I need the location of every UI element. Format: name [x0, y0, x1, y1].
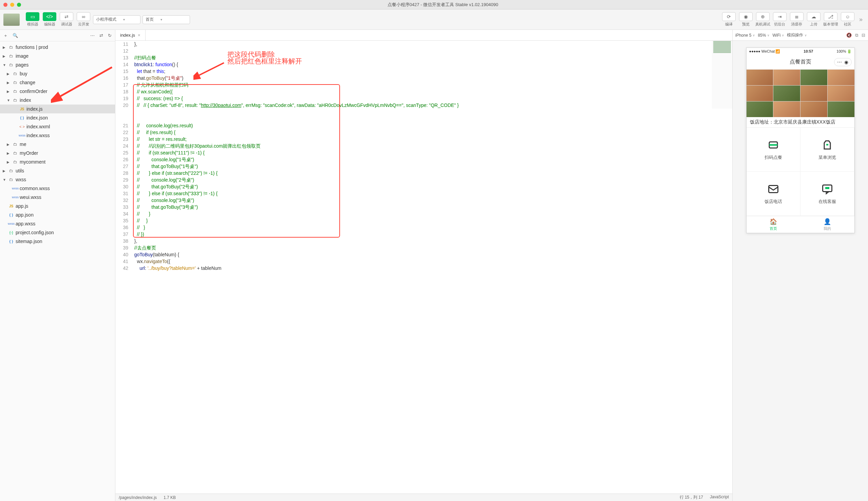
tree-item-pages[interactable]: ▼🗀pages	[0, 61, 115, 69]
tree-item-index-js[interactable]: JSindex.js	[0, 105, 115, 113]
window-controls	[3, 3, 21, 7]
tree-item-myorder[interactable]: ▶🗀myOrder	[0, 149, 115, 158]
debugger-button[interactable]: ⇄调试器	[59, 12, 74, 27]
food-banner	[747, 70, 855, 117]
minimize-icon[interactable]	[10, 3, 14, 7]
phone-tabbar: 🏠首页 👤我的	[747, 216, 855, 233]
chevron-down-icon: ▾	[123, 18, 125, 21]
code-content[interactable]: }, //扫码点餐 btnclick1: function() { let th…	[132, 41, 732, 493]
tree-item-weui-wxss[interactable]: wxssweui.wxss	[0, 193, 115, 202]
feature-grid: 扫码点餐 菜单浏览 饭店电话 在线客服	[747, 128, 855, 216]
remote-debug-button[interactable]: ⊕真机调试	[755, 12, 770, 27]
version-button[interactable]: ⎇版本管理	[823, 12, 838, 27]
simulator-button[interactable]: ▭模拟器	[25, 12, 40, 27]
tree-item-index[interactable]: ▼🗀index	[0, 96, 115, 105]
tree-item-index-wxss[interactable]: wxssindex.wxss	[0, 131, 115, 140]
zoom-select[interactable]: 85%∨	[758, 33, 770, 38]
phone-statusbar: ●●●●● WeChat📶 10:57 100%🔋	[747, 48, 855, 55]
tab-mine[interactable]: 👤我的	[801, 216, 855, 233]
close-icon[interactable]: ×	[138, 33, 140, 38]
minimap[interactable]	[712, 41, 732, 109]
explorer-toolbar: ＋ 🔍 ⋯ ⇄ ↻	[0, 30, 115, 41]
tree-item-confirmorder[interactable]: ▶🗀confirmOrder	[0, 87, 115, 96]
tree-item-me[interactable]: ▶🗀me	[0, 140, 115, 149]
toolbar: ▭模拟器 </>编辑器 ⇄调试器 ∞云开发 小程序模式▾ 首页▾ ⟳编译 ◉预览…	[0, 10, 868, 30]
tree-item-index-wxml[interactable]: < >index.wxml	[0, 122, 115, 131]
window-title: 点餐小程序0427 - 微信开发者工具 Stable v1.02.1904090	[21, 2, 865, 8]
file-explorer: ＋ 🔍 ⋯ ⇄ ↻ ▶🗀functions | prod▶🗀image▼🗀pag…	[0, 30, 115, 501]
search-icon[interactable]: 🔍	[13, 33, 18, 38]
status-size: 1.7 KB	[164, 495, 176, 500]
maximize-icon[interactable]	[17, 3, 21, 7]
svg-rect-7	[825, 187, 829, 189]
svg-rect-5	[769, 185, 778, 192]
tree-item-sitemap-json[interactable]: { }sitemap.json	[0, 237, 115, 246]
clear-cache-button[interactable]: ≣清缓存	[789, 12, 804, 27]
chevron-down-icon: ▾	[161, 18, 162, 21]
tree-item-mycomment[interactable]: ▶🗀mycomment	[0, 158, 115, 166]
upload-button[interactable]: ☁上传	[806, 12, 821, 27]
more-icon[interactable]: »	[857, 16, 865, 23]
status-language: JavaScript	[710, 494, 729, 500]
svg-rect-4	[826, 144, 828, 146]
tree-item-buy[interactable]: ▶🗀buy	[0, 69, 115, 78]
tree-item-index-json[interactable]: { }index.json	[0, 113, 115, 122]
compile-button[interactable]: ⟳编译	[721, 12, 736, 27]
code-area[interactable]: 1112131415161718192021222324252627282930…	[115, 41, 732, 493]
tree-item-app-wxss[interactable]: wxssapp.wxss	[0, 219, 115, 228]
simulator-toolbar: iPhone 5∨ 85%∨ WiFi∨ 模拟操作∨ 🔇 ⧉ ⊟	[733, 30, 868, 41]
service-button[interactable]: 在线客服	[801, 172, 855, 216]
page-title: 点餐首页	[790, 58, 811, 65]
menu-browse-button[interactable]: 菜单浏览	[801, 128, 855, 172]
code-editor: index.js × 11121314151617181920212223242…	[115, 30, 732, 501]
project-thumbnail[interactable]	[3, 13, 20, 26]
mode-select[interactable]: 小程序模式▾	[93, 15, 140, 24]
more-icon[interactable]: ⋯	[90, 33, 95, 38]
page-select[interactable]: 首页▾	[142, 15, 190, 24]
tree-item-image[interactable]: ▶🗀image	[0, 52, 115, 61]
status-position: 行 15，列 17	[680, 494, 703, 500]
detach-icon[interactable]: ⧉	[855, 33, 858, 38]
tree-item-change[interactable]: ▶🗀change	[0, 78, 115, 87]
close-icon[interactable]	[3, 3, 8, 7]
editor-tabs: index.js ×	[115, 30, 732, 41]
tree-item-wxss[interactable]: ▼🗀wxss	[0, 175, 115, 184]
tree-item-project-config-json[interactable]: {◦}project.config.json	[0, 228, 115, 237]
tab-home[interactable]: 🏠首页	[747, 216, 801, 233]
tab-index-js[interactable]: index.js ×	[115, 30, 145, 40]
device-select[interactable]: iPhone 5∨	[735, 33, 755, 38]
status-path: /pages/index/index.js	[119, 495, 157, 500]
cloud-button[interactable]: ∞云开发	[76, 12, 91, 27]
capsule-button[interactable]: ⋯◉	[834, 58, 852, 66]
background-button[interactable]: ⇥切后台	[772, 12, 787, 27]
add-icon[interactable]: ＋	[3, 33, 8, 39]
network-select[interactable]: WiFi∨	[772, 33, 784, 38]
editor-button[interactable]: </>编辑器	[42, 12, 57, 27]
scan-order-button[interactable]: 扫码点餐	[747, 128, 801, 172]
simulator-panel: iPhone 5∨ 85%∨ WiFi∨ 模拟操作∨ 🔇 ⧉ ⊟ ●●●●● W…	[732, 30, 868, 501]
titlebar: 点餐小程序0427 - 微信开发者工具 Stable v1.02.1904090	[0, 0, 868, 10]
preview-button[interactable]: ◉预览	[738, 12, 753, 27]
close-icon[interactable]: ⊟	[861, 33, 865, 38]
tree-item-functions---prod[interactable]: ▶🗀functions | prod	[0, 43, 115, 52]
file-tree: ▶🗀functions | prod▶🗀image▼🗀pages▶🗀buy▶🗀c…	[0, 41, 115, 501]
tree-item-app-js[interactable]: JSapp.js	[0, 202, 115, 211]
refresh-icon[interactable]: ↻	[108, 33, 112, 38]
status-bar: /pages/index/index.js 1.7 KB 行 15，列 17 J…	[115, 493, 732, 501]
phone-button[interactable]: 饭店电话	[747, 172, 801, 216]
tree-item-app-json[interactable]: { }app.json	[0, 211, 115, 219]
community-button[interactable]: ☺社区	[840, 12, 855, 27]
tree-item-common-wxss[interactable]: wxsscommon.wxss	[0, 184, 115, 193]
line-gutter: 1112131415161718192021222324252627282930…	[115, 41, 132, 493]
address-text: 饭店地址：北京市延庆县康庄镇XXX饭店	[747, 117, 855, 128]
phone-navbar: 点餐首页 ⋯◉	[747, 55, 855, 70]
collapse-icon[interactable]: ⇄	[99, 33, 103, 38]
phone-simulator[interactable]: ●●●●● WeChat📶 10:57 100%🔋 点餐首页 ⋯◉ 饭店地址：北…	[746, 47, 855, 233]
action-select[interactable]: 模拟操作∨	[787, 32, 807, 38]
mute-icon[interactable]: 🔇	[846, 33, 852, 38]
tree-item-utils[interactable]: ▶🗀utils	[0, 166, 115, 175]
